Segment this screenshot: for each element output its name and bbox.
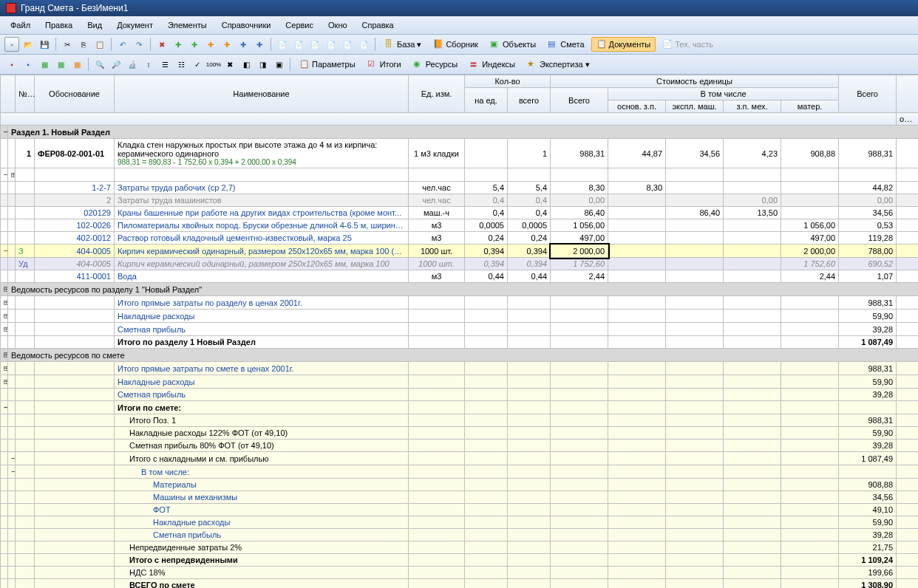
menu-справочники[interactable]: Справочники [216,18,277,32]
copy-icon[interactable]: ⎘ [76,37,91,52]
table-row[interactable]: ФОТ49,10 [1,504,919,516]
separator [271,38,271,51]
data-grid[interactable]: № п.п Обоснование Наименование Ед. изм. … [0,75,918,588]
table-row[interactable]: ⊞Итого прямые затраты по смете в ценах 2… [1,362,919,375]
table-row[interactable]: −Итого с накладными и см. прибылью1 087,… [1,452,919,465]
doc5-icon[interactable]: 📄 [340,37,355,52]
t10-icon[interactable]: ☰ [157,57,172,72]
base-button[interactable]: 🗄База ▾ [379,37,426,52]
add-blue2-icon[interactable]: ✚ [252,37,267,52]
table-row[interactable]: Итого Поз. 1988,31 [1,414,919,427]
t11-icon[interactable]: ☷ [174,57,188,72]
t6-icon[interactable]: 🔍 [92,57,107,72]
paste-icon[interactable]: 📋 [92,37,107,52]
doc1-icon[interactable]: 📄 [275,37,290,52]
table-row[interactable]: Итого по разделу 1 Новый Раздел1 087,49 [1,336,919,349]
new-icon[interactable]: ▫ [4,37,19,52]
t14-icon[interactable]: ✖ [222,57,237,72]
add-green-icon[interactable]: ✚ [171,37,186,52]
documents-button[interactable]: 📋Документы [591,37,656,52]
table-row[interactable]: ⊞Ведомость ресурсов по смете [1,349,919,362]
resources-button[interactable]: ◉Ресурсы [408,57,463,72]
expertise-button[interactable]: ★Экспертиза ▾ [522,57,595,72]
table-row[interactable]: ⊞Сметная прибыль39,28 [1,323,919,336]
menu-справка[interactable]: Справка [356,18,400,32]
objects-button[interactable]: ▣Объекты [485,37,541,52]
t3-icon[interactable]: ▦ [37,57,52,72]
table-row[interactable]: 1ФЕР08-02-001-01Кладка стен наружных про… [1,139,919,168]
table-row[interactable]: НДС 18%199,66 [1,567,919,579]
table-row[interactable]: 020129Краны башенные при работе на други… [1,207,919,219]
indexes-button[interactable]: 〓Индексы [464,57,520,72]
table-row[interactable]: Накладные расходы 122% ФОТ (от 49,10)59,… [1,427,919,440]
t13-icon[interactable]: 100% [206,57,221,72]
menu-вид[interactable]: Вид [81,18,108,32]
redo-icon[interactable]: ↷ [132,37,146,52]
table-row[interactable]: ВСЕГО по смете1 308,90 [1,579,919,589]
save-icon[interactable]: 💾 [37,37,52,52]
table-row[interactable]: Итого с непредвиденными1 109,24 [1,554,919,567]
toolbar-secondary: ▪ ▪ ▦ ▦ ▦ 🔍 🔎 🔬 ↕ ☰ ☷ ✓ 100% ✖ ◧ ◨ ▣ 📋Па… [0,55,918,75]
tech-button[interactable]: 📄Тех. часть [657,37,718,52]
menu-файл[interactable]: Файл [4,18,36,32]
separator [150,38,151,51]
smeta-button[interactable]: ▤Смета [543,37,589,52]
table-row[interactable]: −В том числе: [1,465,919,479]
t12-icon[interactable]: ✓ [190,57,205,72]
doc2-icon[interactable]: 📄 [291,37,306,52]
table-row[interactable]: Сметная прибыль39,28 [1,389,919,401]
totals-button[interactable]: ☑Итоги [362,57,407,72]
doc4-icon[interactable]: 📄 [324,37,339,52]
table-row[interactable]: Материалы908,88 [1,479,919,491]
menu-сервис[interactable]: Сервис [279,18,319,32]
table-row[interactable]: 1-2-7Затраты труда рабочих (ср 2,7)чел.ч… [1,182,919,194]
t9-icon[interactable]: ↕ [141,57,156,72]
table-row[interactable]: Уд404-0005Кирпич керамический одинарный,… [1,258,919,270]
t4-icon[interactable]: ▦ [53,57,68,72]
t17-icon[interactable]: ▣ [271,57,286,72]
table-row[interactable]: 402-0012Раствор готовый кладочный цемент… [1,232,919,245]
undo-icon[interactable]: ↶ [115,37,130,52]
hdr-name: Наименование [115,75,409,113]
doc3-icon[interactable]: 📄 [307,37,322,52]
menu-правка[interactable]: Правка [39,18,78,32]
table-row[interactable]: Непредвиденные затраты 2%21,75 [1,541,919,554]
table-row[interactable]: −⊞ [1,168,919,182]
table-row[interactable]: −З404-0005Кирпич керамический одинарный,… [1,245,919,258]
table-row[interactable]: Машины и механизмы34,56 [1,491,919,504]
menu-окно[interactable]: Окно [322,18,353,32]
table-row[interactable]: Сметная прибыль39,28 [1,529,919,541]
separator [375,38,375,51]
table-row[interactable]: 411-0001Водам30,440,442,442,441,07 [1,270,919,283]
add-orange-icon[interactable]: ✚ [203,37,218,52]
hdr-zp: з.п. мех. [724,100,781,113]
add-blue-icon[interactable]: ✚ [236,37,251,52]
table-row[interactable]: 102-0026Пиломатериалы хвойных пород. Бру… [1,219,919,232]
t1-icon[interactable]: ▪ [4,57,19,72]
add-orange2-icon[interactable]: ✚ [220,37,234,52]
cut-icon[interactable]: ✂ [60,37,75,52]
t8-icon[interactable]: 🔬 [125,57,140,72]
table-row[interactable]: Накладные расходы59,90 [1,516,919,529]
table-row[interactable]: 2Затраты труда машинистовчел.час0,40,40,… [1,194,919,207]
table-row[interactable]: −Раздел 1. Новый Раздел [1,126,919,139]
doc6-icon[interactable]: 📄 [356,37,371,52]
collection-button[interactable]: 📙Сборник [428,37,483,52]
table-row[interactable]: ⊞Накладные расходы59,90 [1,310,919,323]
table-row[interactable]: ⊞Ведомость ресурсов по разделу 1 "Новый … [1,283,919,296]
table-row[interactable]: ⊞Накладные расходы59,90 [1,375,919,389]
params-button[interactable]: 📋Параметры [294,57,361,72]
menu-документ[interactable]: Документ [111,18,159,32]
menu-элементы[interactable]: Элементы [162,18,213,32]
t5-icon[interactable]: ▦ [69,57,84,72]
add-green2-icon[interactable]: ✚ [187,37,202,52]
t16-icon[interactable]: ◨ [255,57,270,72]
table-row[interactable]: Сметная прибыль 80% ФОТ (от 49,10)39,28 [1,440,919,452]
t15-icon[interactable]: ◧ [239,57,254,72]
table-row[interactable]: ⊞Итого прямые затраты по разделу в ценах… [1,296,919,310]
t2-icon[interactable]: ▪ [21,57,35,72]
table-row[interactable]: −Итоги по смете: [1,401,919,414]
t7-icon[interactable]: 🔎 [109,57,123,72]
open-icon[interactable]: 📂 [21,37,35,52]
delete-icon[interactable]: ✖ [154,37,169,52]
